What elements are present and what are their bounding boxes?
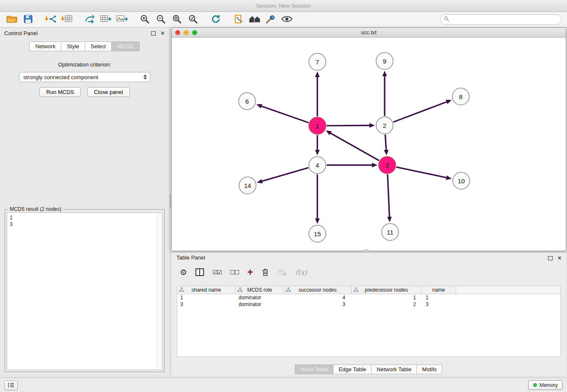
search-input[interactable] [451, 16, 558, 23]
table-row[interactable]: 1 dominator 4 1 1 [177, 294, 560, 301]
table-panel: Table Panel ✕ ⚙ ☑☑ ☐☐ + f(x) shared name [171, 253, 566, 375]
tab-mcds[interactable]: MCDS [111, 41, 139, 51]
window-close-icon[interactable]: ✕ [175, 30, 180, 35]
graph-node-1[interactable]: 1 [309, 117, 326, 134]
show-columns-icon[interactable] [195, 268, 204, 276]
tab-motifs[interactable]: Motifs [416, 364, 442, 374]
close-panel-icon[interactable]: ✕ [160, 28, 165, 39]
graph-edge-1-6[interactable] [256, 104, 309, 123]
new-network-from-selection-button[interactable] [232, 14, 245, 25]
graph-node-3[interactable]: 3 [379, 157, 396, 174]
table-panel-title: Table Panel [176, 254, 205, 261]
zoom-in-button[interactable] [138, 14, 151, 25]
import-table-button[interactable] [60, 14, 74, 25]
graph-edge-3-10[interactable] [396, 167, 452, 180]
graph-node-15[interactable]: 15 [309, 225, 326, 242]
column-header-successor-nodes[interactable]: successor nodes [284, 286, 352, 294]
window-zoom-icon[interactable]: + [192, 30, 197, 35]
network-window-titlebar[interactable]: ✕ − + scc.txt [172, 28, 566, 38]
first-neighbors-button[interactable] [248, 14, 261, 25]
search-box[interactable] [440, 14, 562, 25]
apply-function-icon[interactable]: f(x) [295, 268, 307, 276]
svg-text:9: 9 [383, 58, 386, 65]
graph-edge-1-2[interactable] [327, 123, 375, 128]
graph-edge-1-4[interactable] [315, 135, 320, 155]
column-header-predecessor-nodes[interactable]: predecessor nodes [352, 286, 421, 294]
sort-icon [179, 287, 184, 293]
delete-row-icon[interactable] [261, 268, 269, 276]
float-panel-icon[interactable] [151, 31, 156, 36]
graph-node-10[interactable]: 10 [453, 172, 470, 189]
horizontal-splitter[interactable] [363, 249, 369, 251]
open-session-button[interactable] [5, 14, 19, 25]
column-header-name[interactable]: name [421, 286, 456, 294]
graph-edge-2-8[interactable] [394, 100, 452, 122]
delete-table-icon[interactable] [278, 268, 287, 276]
zoom-fit-button[interactable] [170, 14, 184, 25]
graph-node-6[interactable]: 6 [239, 93, 256, 110]
graph-edge-3-1[interactable] [326, 130, 379, 160]
task-list-icon [8, 382, 14, 389]
add-row-icon[interactable]: + [247, 268, 253, 276]
graph-edge-3-11[interactable] [387, 174, 392, 222]
memory-status-icon [533, 383, 537, 387]
apply-style-button[interactable] [264, 14, 278, 25]
optimization-criterion-dropdown[interactable]: strongly connected component [19, 72, 150, 82]
select-all-rows-icon[interactable]: ☑☑ [212, 269, 221, 276]
tab-network-table[interactable]: Network Table [371, 364, 417, 374]
column-header-shared-name[interactable]: shared name [177, 286, 236, 294]
window-minimize-icon[interactable]: − [184, 30, 189, 35]
close-panel-button[interactable]: Close panel [87, 87, 130, 97]
save-session-button[interactable] [21, 14, 35, 25]
graph-edge-2-9[interactable] [383, 71, 387, 116]
control-panel-tabs: Network Style Select MCDS [0, 41, 169, 51]
tab-network[interactable]: Network [29, 41, 61, 51]
graph-node-8[interactable]: 8 [452, 88, 469, 105]
import-network-button[interactable] [44, 14, 58, 25]
graph-edge-2-3[interactable] [384, 135, 388, 155]
export-image-button[interactable] [115, 14, 129, 25]
tab-edge-table[interactable]: Edge Table [333, 364, 372, 374]
export-table-button[interactable] [99, 14, 113, 25]
show-hide-button[interactable] [280, 14, 294, 25]
svg-text:8: 8 [459, 93, 462, 100]
graph-node-11[interactable]: 11 [382, 224, 399, 240]
close-table-panel-icon[interactable]: ✕ [557, 253, 562, 263]
deselect-all-rows-icon[interactable]: ☐☐ [230, 269, 239, 276]
zoom-out-button[interactable] [154, 14, 168, 25]
node-table[interactable]: shared name MCDS role successor nodes pr… [177, 286, 561, 357]
graph-node-9[interactable]: 9 [376, 52, 393, 69]
mcds-result-item[interactable]: 1 [10, 214, 160, 221]
zoom-selected-button[interactable] [186, 14, 200, 25]
result-scrollbar[interactable] [156, 213, 162, 370]
mcds-result-item[interactable]: 3 [10, 221, 160, 228]
graph-node-4[interactable]: 4 [309, 157, 326, 174]
table-settings-icon[interactable]: ⚙ [180, 268, 187, 276]
float-table-panel-icon[interactable] [548, 256, 553, 260]
network-window: ✕ − + scc.txt 7968124314101511 [171, 28, 566, 251]
graph-edge-1-7[interactable] [315, 72, 320, 116]
mcds-result-list[interactable]: 1 3 [7, 213, 162, 370]
tab-style[interactable]: Style [61, 41, 85, 51]
graph-edge-4-15[interactable] [315, 174, 320, 224]
table-row[interactable]: 3 dominator 3 2 3 [177, 301, 560, 308]
network-canvas[interactable]: 7968124314101511 [172, 37, 566, 251]
tab-node-table[interactable]: Node Table [295, 364, 334, 374]
task-history-button[interactable] [4, 381, 18, 390]
network-graph[interactable]: 7968124314101511 [172, 37, 566, 251]
graph-node-7[interactable]: 7 [309, 53, 326, 70]
mcds-result-group: MCDS result (2 nodes) 1 3 [5, 209, 165, 372]
graph-edge-4-3[interactable] [327, 163, 377, 168]
run-mcds-button[interactable]: Run MCDS [39, 87, 81, 97]
graph-node-2[interactable]: 2 [376, 117, 393, 134]
graph-edge-4-14[interactable] [257, 168, 308, 183]
tab-select[interactable]: Select [85, 41, 112, 51]
memory-button[interactable]: Memory [528, 380, 563, 390]
svg-text:11: 11 [387, 229, 394, 236]
sort-icon [286, 287, 291, 293]
column-header-mcds-role[interactable]: MCDS role [236, 286, 284, 294]
refresh-view-button[interactable] [209, 14, 223, 25]
graph-node-14[interactable]: 14 [239, 177, 256, 194]
import-network-icon [45, 15, 57, 25]
export-network-button[interactable] [83, 14, 96, 25]
